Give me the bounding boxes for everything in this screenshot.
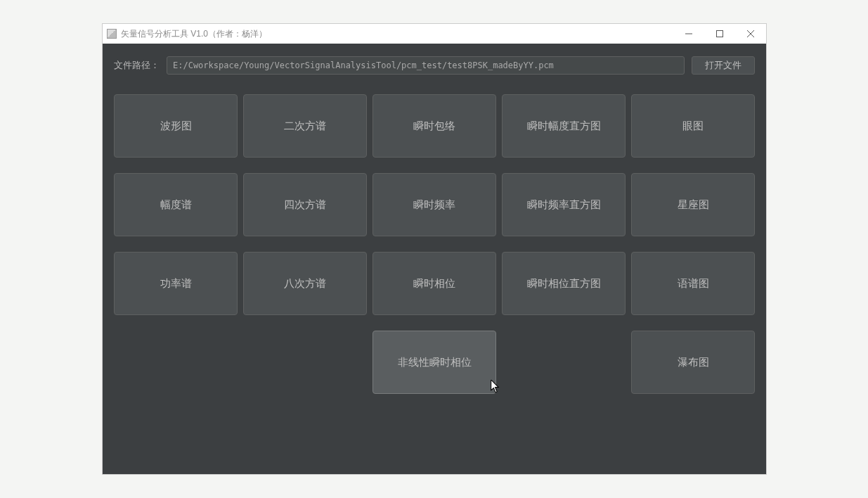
spectrogram-button[interactable]: 语谱图 [631,252,755,315]
waterfall-button[interactable]: 瀑布图 [631,331,755,394]
file-path-input[interactable] [167,56,685,75]
window-title: 矢量信号分析工具 V1.0（作者：杨洋） [121,28,673,40]
fourth-spectrum-button[interactable]: 四次方谱 [243,173,367,236]
app-icon [107,29,117,39]
inst-freq-hist-button[interactable]: 瞬时频率直方图 [502,173,626,236]
inst-phase-button[interactable]: 瞬时相位 [373,252,496,315]
file-path-label: 文件路径： [114,59,160,72]
eighth-spectrum-button[interactable]: 八次方谱 [243,252,367,315]
inst-envelope-button[interactable]: 瞬时包络 [373,94,496,158]
file-row: 文件路径： 打开文件 [114,56,755,75]
minimize-button[interactable] [673,24,704,44]
inst-amp-hist-button[interactable]: 瞬时幅度直方图 [502,94,626,158]
open-file-button[interactable]: 打开文件 [692,56,755,75]
waveform-button[interactable]: 波形图 [114,94,238,158]
eye-diagram-button[interactable]: 眼图 [631,94,755,158]
inst-phase-hist-button[interactable]: 瞬时相位直方图 [502,252,626,315]
button-grid: 波形图 二次方谱 瞬时包络 瞬时幅度直方图 眼图 幅度谱 四次方谱 瞬时频率 瞬… [114,94,755,394]
window-controls [673,24,766,44]
inst-frequency-button[interactable]: 瞬时频率 [373,173,496,236]
power-spectrum-button[interactable]: 功率谱 [114,252,238,315]
constellation-button[interactable]: 星座图 [631,173,755,236]
svg-rect-1 [717,31,723,37]
maximize-button[interactable] [704,24,735,44]
amplitude-spectrum-button[interactable]: 幅度谱 [114,173,238,236]
square-spectrum-button[interactable]: 二次方谱 [243,94,367,158]
app-window: 矢量信号分析工具 V1.0（作者：杨洋） 文件路径： 打开文件 波形图 二次方谱… [102,23,767,475]
nonlinear-inst-phase-button[interactable]: 非线性瞬时相位 [373,331,496,394]
content-area: 文件路径： 打开文件 波形图 二次方谱 瞬时包络 瞬时幅度直方图 眼图 幅度谱 … [103,44,766,474]
titlebar: 矢量信号分析工具 V1.0（作者：杨洋） [103,24,766,44]
close-button[interactable] [735,24,766,44]
